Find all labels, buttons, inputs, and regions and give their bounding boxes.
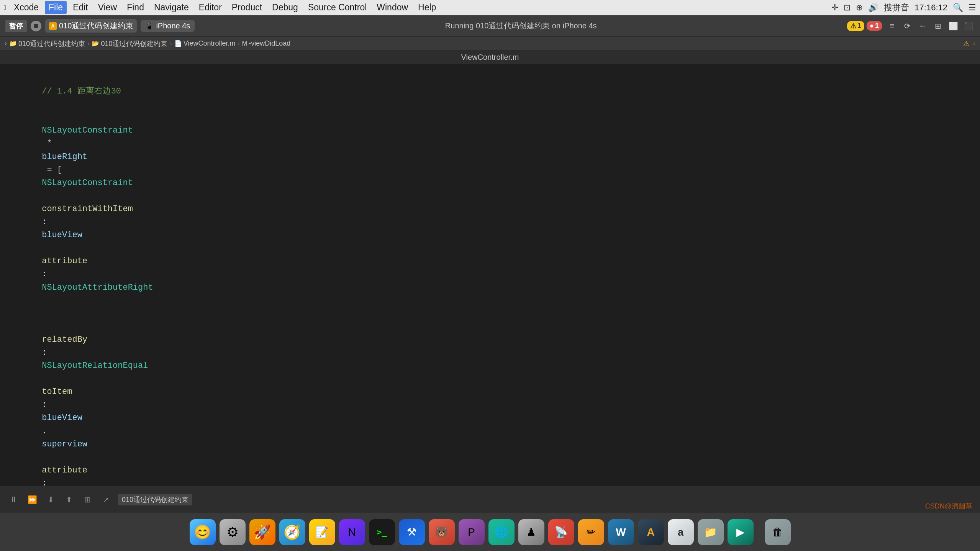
method-attribute-1: attribute (42, 256, 87, 266)
filepath-sep-2: › (170, 40, 172, 47)
dock-chess-icon[interactable]: ♟ (518, 519, 544, 545)
scheme-label: 010通过代码创建约束 (59, 21, 133, 31)
menu-help[interactable]: Help (414, 1, 440, 14)
menu-navigate[interactable]: Navigate (150, 1, 193, 14)
menu-debug[interactable]: Debug (268, 1, 302, 14)
indent-1 (42, 322, 82, 331)
share-button[interactable]: ↗ (100, 494, 112, 506)
plain-5 (42, 243, 47, 253)
var-blueright: blueRight (42, 152, 87, 162)
filepath-folder-label: 010通过代码创建约束 (101, 39, 167, 48)
filepath-back-icon[interactable]: ‹ (973, 39, 975, 48)
dock-safari-icon[interactable]: 🧭 (279, 519, 305, 545)
filepath-item-project[interactable]: 📁 010通过代码创建约束 (9, 39, 85, 48)
dock-bear-icon[interactable]: 🐻 (429, 519, 455, 545)
menubar:  Xcode File Edit View Find Navigate Edi… (0, 0, 980, 15)
dock: 😊 ⚙ 🚀 🧭 📝 N >_ ⚒ 🐻 P 🌐 ♟ 📡 ✏ W A a 📁 ▶ 🗑 (0, 513, 980, 551)
step-continue-button[interactable]: ⏩ (26, 494, 38, 506)
plain-12: : (42, 479, 47, 486)
badges-container: ⚠ 1 ● 1 (847, 21, 882, 31)
menu-find[interactable]: Find (123, 1, 148, 14)
folder-icon: 📂 (92, 40, 99, 47)
dock-terminal-icon[interactable]: >_ (369, 519, 395, 545)
toolbar-right-buttons: ≡ ⟳ ← ⊞ ⬜ ⬛ (886, 20, 975, 32)
error-count: 1 (875, 22, 879, 30)
plain-1: * (42, 139, 52, 148)
comment-1: // 1.4 距离右边30 (42, 87, 121, 96)
watermark: CSDN@清幽草 (925, 502, 972, 511)
view-toggle-button[interactable]: ⊞ (81, 494, 93, 506)
iphone-icon: 📱 (145, 22, 154, 30)
dock-trash-icon[interactable]: 🗑 (765, 519, 791, 545)
pause-debug-button[interactable]: ⏸ (8, 494, 20, 506)
device-selector[interactable]: 📱 iPhone 4s (141, 20, 195, 32)
dock-filezilla-icon[interactable]: 📡 (548, 519, 574, 545)
dock-notes-icon[interactable]: 📝 (309, 519, 335, 545)
filepath-sep-1: › (87, 40, 89, 47)
dock-quicktime-icon[interactable]: ▶ (728, 519, 754, 545)
code-editor[interactable]: // 1.4 距离右边30 NSLayoutConstraint * blueR… (0, 64, 980, 486)
menu-edit[interactable]: Edit (69, 1, 92, 14)
plain-2: = [ (42, 165, 62, 175)
split-left-button[interactable]: ⊞ (932, 20, 944, 32)
menu-xcode[interactable]: Xcode (10, 1, 43, 14)
plain-10: . (42, 426, 47, 436)
error-badge[interactable]: ● 1 (867, 21, 882, 31)
step-out-button[interactable]: ⬆ (63, 494, 75, 506)
dock-network-icon[interactable]: 🌐 (488, 519, 515, 545)
panel-left-button[interactable]: ⬜ (947, 20, 959, 32)
pause-badge: 暂停 (5, 20, 27, 32)
filepath-item-method[interactable]: M -viewDidLoad (242, 39, 290, 48)
filepath-bar: › 📁 010通过代码创建约束 › 📂 010通过代码创建约束 › 📄 View… (0, 37, 980, 51)
search-icon[interactable]: 🔍 (953, 3, 963, 13)
code-line-3: relatedBy : NSLayoutRelationEqual toItem… (11, 307, 969, 486)
dock-xcode-icon[interactable]: ⚒ (399, 519, 425, 545)
menu-file[interactable]: File (45, 1, 67, 14)
warning-badge[interactable]: ⚠ 1 (847, 21, 864, 31)
plain-9: : (42, 400, 47, 410)
dock-paw-icon[interactable]: P (459, 519, 485, 545)
error-icon: ● (870, 22, 874, 30)
scheme-icon: A (49, 22, 57, 30)
apple-logo-icon[interactable]:  (4, 4, 6, 11)
dock-sketch-icon[interactable]: ✏ (578, 519, 604, 545)
warning-count: 1 (857, 22, 861, 30)
menu-product[interactable]: Product (228, 1, 266, 14)
filepath-item-folder[interactable]: 📂 010通过代码创建约束 (92, 39, 167, 48)
lines-view-button[interactable]: ≡ (886, 20, 898, 32)
menu-source-control[interactable]: Source Control (304, 1, 370, 14)
dock-word-icon[interactable]: W (608, 519, 634, 545)
step-into-button[interactable]: ⬇ (44, 494, 57, 506)
airplay-icon[interactable]: ⊕ (856, 3, 863, 13)
scheme-selector[interactable]: A 010通过代码创建约束 (45, 19, 137, 33)
sidebar-toggle-icon[interactable]: › (5, 39, 7, 48)
screen-icon[interactable]: ⊡ (844, 3, 851, 13)
plain-6: : (42, 269, 47, 279)
add-icon[interactable]: ✛ (831, 3, 838, 13)
menu-icon[interactable]: ☰ (969, 3, 976, 13)
prop-superview-1: superview (42, 439, 87, 449)
menu-view[interactable]: View (94, 1, 121, 14)
menu-window[interactable]: Window (373, 1, 412, 14)
stop-button[interactable] (31, 21, 41, 31)
dock-syspref-icon[interactable]: ⚙ (220, 519, 246, 545)
menu-editor[interactable]: Editor (195, 1, 226, 14)
var-blueview-1: blueView (42, 230, 82, 240)
main-content: 暂停 A 010通过代码创建约束 📱 iPhone 4s Running 010… (0, 15, 980, 551)
dock-finder-icon[interactable]: 😊 (190, 519, 216, 545)
filepath-warning-icon: ⚠ (963, 39, 969, 48)
dock-misc1-icon[interactable]: 📁 (698, 519, 724, 545)
plain-11 (42, 453, 47, 462)
dock-onenote-icon[interactable]: N (339, 519, 365, 545)
bottom-bar: ⏸ ⏩ ⬇ ⬆ ⊞ ↗ 010通过代码创建约束 (0, 486, 980, 513)
refresh-button[interactable]: ⟳ (901, 20, 913, 32)
back-arrow-button[interactable]: ← (916, 20, 929, 32)
dock-font2-icon[interactable]: a (668, 519, 694, 545)
dock-font1-icon[interactable]: A (638, 519, 664, 545)
input-method[interactable]: 搜拼音 (884, 2, 909, 13)
panel-right-button[interactable]: ⬛ (962, 20, 975, 32)
dock-launchpad-icon[interactable]: 🚀 (249, 519, 275, 545)
filepath-item-file[interactable]: 📄 ViewController.m (174, 39, 236, 48)
filepath-sep-3: › (238, 40, 239, 47)
volume-icon[interactable]: 🔊 (868, 3, 878, 13)
